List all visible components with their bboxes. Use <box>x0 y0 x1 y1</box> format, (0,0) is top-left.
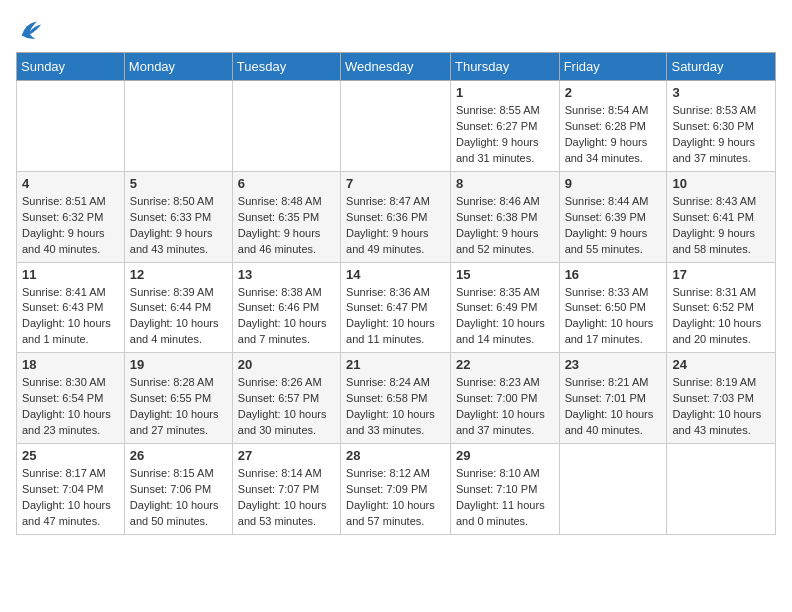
day-number: 8 <box>456 176 554 191</box>
calendar-cell: 8Sunrise: 8:46 AM Sunset: 6:38 PM Daylig… <box>450 171 559 262</box>
calendar-cell: 3Sunrise: 8:53 AM Sunset: 6:30 PM Daylig… <box>667 81 776 172</box>
calendar-cell: 13Sunrise: 8:38 AM Sunset: 6:46 PM Dayli… <box>232 262 340 353</box>
calendar-week-row: 4Sunrise: 8:51 AM Sunset: 6:32 PM Daylig… <box>17 171 776 262</box>
calendar-cell <box>232 81 340 172</box>
day-number: 3 <box>672 85 770 100</box>
weekday-header-friday: Friday <box>559 53 667 81</box>
calendar-cell: 19Sunrise: 8:28 AM Sunset: 6:55 PM Dayli… <box>124 353 232 444</box>
calendar-week-row: 11Sunrise: 8:41 AM Sunset: 6:43 PM Dayli… <box>17 262 776 353</box>
calendar-cell: 18Sunrise: 8:30 AM Sunset: 6:54 PM Dayli… <box>17 353 125 444</box>
weekday-header-monday: Monday <box>124 53 232 81</box>
calendar-cell: 2Sunrise: 8:54 AM Sunset: 6:28 PM Daylig… <box>559 81 667 172</box>
day-number: 2 <box>565 85 662 100</box>
calendar-cell: 17Sunrise: 8:31 AM Sunset: 6:52 PM Dayli… <box>667 262 776 353</box>
day-info: Sunrise: 8:26 AM Sunset: 6:57 PM Dayligh… <box>238 375 335 439</box>
day-number: 19 <box>130 357 227 372</box>
calendar-week-row: 25Sunrise: 8:17 AM Sunset: 7:04 PM Dayli… <box>17 444 776 535</box>
day-info: Sunrise: 8:36 AM Sunset: 6:47 PM Dayligh… <box>346 285 445 349</box>
day-info: Sunrise: 8:28 AM Sunset: 6:55 PM Dayligh… <box>130 375 227 439</box>
calendar-cell: 5Sunrise: 8:50 AM Sunset: 6:33 PM Daylig… <box>124 171 232 262</box>
day-number: 27 <box>238 448 335 463</box>
day-info: Sunrise: 8:50 AM Sunset: 6:33 PM Dayligh… <box>130 194 227 258</box>
day-info: Sunrise: 8:19 AM Sunset: 7:03 PM Dayligh… <box>672 375 770 439</box>
day-info: Sunrise: 8:30 AM Sunset: 6:54 PM Dayligh… <box>22 375 119 439</box>
day-number: 6 <box>238 176 335 191</box>
day-number: 12 <box>130 267 227 282</box>
day-info: Sunrise: 8:46 AM Sunset: 6:38 PM Dayligh… <box>456 194 554 258</box>
day-info: Sunrise: 8:23 AM Sunset: 7:00 PM Dayligh… <box>456 375 554 439</box>
day-info: Sunrise: 8:51 AM Sunset: 6:32 PM Dayligh… <box>22 194 119 258</box>
day-number: 23 <box>565 357 662 372</box>
weekday-header-saturday: Saturday <box>667 53 776 81</box>
day-number: 25 <box>22 448 119 463</box>
day-number: 13 <box>238 267 335 282</box>
day-number: 9 <box>565 176 662 191</box>
day-info: Sunrise: 8:39 AM Sunset: 6:44 PM Dayligh… <box>130 285 227 349</box>
page-header <box>16 16 776 44</box>
day-number: 22 <box>456 357 554 372</box>
weekday-header-sunday: Sunday <box>17 53 125 81</box>
day-number: 20 <box>238 357 335 372</box>
day-info: Sunrise: 8:14 AM Sunset: 7:07 PM Dayligh… <box>238 466 335 530</box>
day-number: 24 <box>672 357 770 372</box>
day-number: 28 <box>346 448 445 463</box>
calendar-header-row: SundayMondayTuesdayWednesdayThursdayFrid… <box>17 53 776 81</box>
day-info: Sunrise: 8:10 AM Sunset: 7:10 PM Dayligh… <box>456 466 554 530</box>
day-number: 5 <box>130 176 227 191</box>
day-info: Sunrise: 8:24 AM Sunset: 6:58 PM Dayligh… <box>346 375 445 439</box>
calendar-cell <box>124 81 232 172</box>
day-number: 26 <box>130 448 227 463</box>
day-info: Sunrise: 8:48 AM Sunset: 6:35 PM Dayligh… <box>238 194 335 258</box>
day-number: 1 <box>456 85 554 100</box>
day-info: Sunrise: 8:47 AM Sunset: 6:36 PM Dayligh… <box>346 194 445 258</box>
day-number: 11 <box>22 267 119 282</box>
calendar-cell <box>559 444 667 535</box>
calendar-cell: 14Sunrise: 8:36 AM Sunset: 6:47 PM Dayli… <box>341 262 451 353</box>
calendar-cell: 24Sunrise: 8:19 AM Sunset: 7:03 PM Dayli… <box>667 353 776 444</box>
day-number: 21 <box>346 357 445 372</box>
calendar-cell: 25Sunrise: 8:17 AM Sunset: 7:04 PM Dayli… <box>17 444 125 535</box>
calendar-cell: 6Sunrise: 8:48 AM Sunset: 6:35 PM Daylig… <box>232 171 340 262</box>
day-info: Sunrise: 8:33 AM Sunset: 6:50 PM Dayligh… <box>565 285 662 349</box>
calendar-cell: 9Sunrise: 8:44 AM Sunset: 6:39 PM Daylig… <box>559 171 667 262</box>
day-number: 7 <box>346 176 445 191</box>
calendar-cell: 10Sunrise: 8:43 AM Sunset: 6:41 PM Dayli… <box>667 171 776 262</box>
day-number: 14 <box>346 267 445 282</box>
calendar-week-row: 18Sunrise: 8:30 AM Sunset: 6:54 PM Dayli… <box>17 353 776 444</box>
day-number: 15 <box>456 267 554 282</box>
day-info: Sunrise: 8:15 AM Sunset: 7:06 PM Dayligh… <box>130 466 227 530</box>
calendar-cell <box>341 81 451 172</box>
day-number: 29 <box>456 448 554 463</box>
logo <box>16 16 48 44</box>
calendar-cell: 12Sunrise: 8:39 AM Sunset: 6:44 PM Dayli… <box>124 262 232 353</box>
calendar-cell: 7Sunrise: 8:47 AM Sunset: 6:36 PM Daylig… <box>341 171 451 262</box>
calendar-cell: 16Sunrise: 8:33 AM Sunset: 6:50 PM Dayli… <box>559 262 667 353</box>
calendar-cell: 23Sunrise: 8:21 AM Sunset: 7:01 PM Dayli… <box>559 353 667 444</box>
day-number: 18 <box>22 357 119 372</box>
calendar-cell: 29Sunrise: 8:10 AM Sunset: 7:10 PM Dayli… <box>450 444 559 535</box>
calendar-cell: 28Sunrise: 8:12 AM Sunset: 7:09 PM Dayli… <box>341 444 451 535</box>
day-number: 4 <box>22 176 119 191</box>
day-info: Sunrise: 8:12 AM Sunset: 7:09 PM Dayligh… <box>346 466 445 530</box>
day-info: Sunrise: 8:38 AM Sunset: 6:46 PM Dayligh… <box>238 285 335 349</box>
calendar-cell: 26Sunrise: 8:15 AM Sunset: 7:06 PM Dayli… <box>124 444 232 535</box>
day-info: Sunrise: 8:53 AM Sunset: 6:30 PM Dayligh… <box>672 103 770 167</box>
logo-bird-icon <box>16 16 44 44</box>
calendar-cell: 20Sunrise: 8:26 AM Sunset: 6:57 PM Dayli… <box>232 353 340 444</box>
calendar-cell: 11Sunrise: 8:41 AM Sunset: 6:43 PM Dayli… <box>17 262 125 353</box>
day-info: Sunrise: 8:17 AM Sunset: 7:04 PM Dayligh… <box>22 466 119 530</box>
day-info: Sunrise: 8:43 AM Sunset: 6:41 PM Dayligh… <box>672 194 770 258</box>
calendar-table: SundayMondayTuesdayWednesdayThursdayFrid… <box>16 52 776 535</box>
day-info: Sunrise: 8:44 AM Sunset: 6:39 PM Dayligh… <box>565 194 662 258</box>
calendar-cell: 27Sunrise: 8:14 AM Sunset: 7:07 PM Dayli… <box>232 444 340 535</box>
day-info: Sunrise: 8:31 AM Sunset: 6:52 PM Dayligh… <box>672 285 770 349</box>
calendar-week-row: 1Sunrise: 8:55 AM Sunset: 6:27 PM Daylig… <box>17 81 776 172</box>
weekday-header-wednesday: Wednesday <box>341 53 451 81</box>
weekday-header-tuesday: Tuesday <box>232 53 340 81</box>
day-info: Sunrise: 8:21 AM Sunset: 7:01 PM Dayligh… <box>565 375 662 439</box>
day-number: 10 <box>672 176 770 191</box>
weekday-header-thursday: Thursday <box>450 53 559 81</box>
calendar-cell: 4Sunrise: 8:51 AM Sunset: 6:32 PM Daylig… <box>17 171 125 262</box>
day-info: Sunrise: 8:55 AM Sunset: 6:27 PM Dayligh… <box>456 103 554 167</box>
calendar-cell <box>17 81 125 172</box>
